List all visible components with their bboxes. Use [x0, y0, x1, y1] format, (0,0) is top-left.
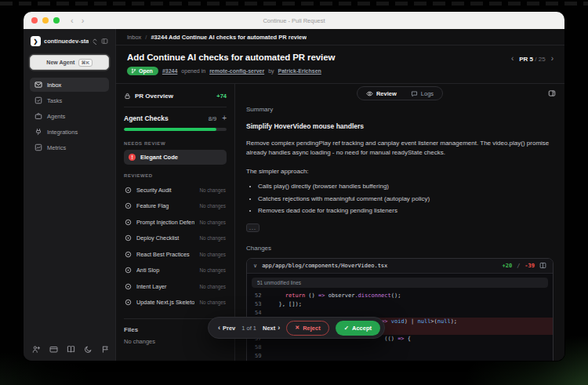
- pr-number-link[interactable]: #3244: [162, 68, 177, 74]
- chevron-down-icon: ∨: [253, 263, 257, 268]
- desktop-background: ‹ › Continue - Pull Request ❯ continuede…: [0, 0, 588, 385]
- summary-body: Remove complex pendingPlay ref tracking …: [246, 139, 554, 158]
- line-number: 60: [249, 361, 267, 361]
- pr-header: Add Continue AI checks for automated PR …: [116, 45, 564, 83]
- next-pr-button[interactable]: ›: [551, 55, 554, 63]
- summary-title: Simplify HoverVideo mouse handlers: [246, 122, 554, 130]
- chevron-updown-icon[interactable]: [92, 38, 98, 45]
- code-line: 59: [247, 352, 553, 361]
- breadcrumb-inbox-link[interactable]: Inbox: [127, 34, 141, 41]
- reject-button[interactable]: ✕ Reject: [286, 321, 328, 336]
- tab-review-label: Review: [376, 90, 397, 97]
- minimize-window-button[interactable]: [42, 17, 49, 24]
- breadcrumb: Inbox / #3244 Add Continue AI checks for…: [116, 29, 564, 45]
- check-item-react-best-practices[interactable]: React Best Practices No changes: [124, 246, 227, 263]
- check-item-status: No changes: [199, 220, 226, 225]
- zoom-window-button[interactable]: [53, 17, 60, 24]
- workspace-switcher[interactable]: ❯ continuedev-stagin: [30, 35, 109, 48]
- changes-heading: Changes: [246, 245, 554, 252]
- sidebar-item-tasks[interactable]: Tasks: [30, 93, 109, 107]
- dark-mode-moon-icon[interactable]: [84, 345, 93, 354]
- pr-pager-total: / 25: [535, 56, 545, 63]
- check-item-feature-flag[interactable]: Feature Flag No changes: [124, 198, 227, 215]
- sidebar-item-label: Inbox: [47, 82, 61, 89]
- check-item-status: No changes: [199, 235, 226, 241]
- new-agent-button[interactable]: New Agent ⌘K: [30, 55, 109, 70]
- add-check-button[interactable]: +: [222, 114, 227, 122]
- expand-summary-button[interactable]: ...: [246, 223, 260, 232]
- pr-overview-delta: +74: [216, 93, 227, 100]
- feedback-flag-icon[interactable]: [101, 345, 110, 354]
- sidebar-item-integrations[interactable]: Integrations: [30, 125, 109, 139]
- check-item-prompt-injection-defender[interactable]: Prompt Injection Defender No changes: [124, 214, 227, 231]
- approach-bullet: Calls play() directly (browser handles b…: [258, 182, 554, 191]
- branch-icon: [131, 68, 136, 74]
- check-item-label: Intent Layer: [136, 283, 194, 290]
- sidebar-item-metrics[interactable]: Metrics: [30, 140, 109, 154]
- sidebar-nav: Inbox Tasks Agents Integrations: [30, 78, 109, 154]
- check-item-status: No changes: [199, 187, 226, 193]
- pr-overview-label: PR Overview: [135, 93, 212, 100]
- diff-file-header[interactable]: ∨ app/app/blog/components/HoverVideo.tsx…: [247, 259, 553, 274]
- agent-checks-count: 8/9: [209, 115, 216, 122]
- next-change-button[interactable]: Next ›: [263, 325, 280, 332]
- opened-in-text: opened in: [181, 68, 205, 74]
- check-item-anti-slop[interactable]: Anti Slop No changes: [124, 263, 227, 279]
- files-status: No changes: [124, 338, 227, 345]
- checks-progress-fill: [124, 128, 216, 131]
- diff-card: ∨ app/app/blog/components/HoverVideo.tsx…: [246, 258, 554, 361]
- unmodified-lines-notice[interactable]: 51 unmodified lines: [252, 278, 548, 288]
- pr-pager-current: PR 5: [519, 56, 533, 63]
- tab-logs[interactable]: Logs: [405, 89, 440, 98]
- check-item-elegant-code[interactable]: ! Elegant Code: [124, 150, 227, 165]
- workspace-logo: ❯: [31, 36, 41, 46]
- billing-card-icon[interactable]: [49, 345, 58, 354]
- prev-pr-button[interactable]: ‹: [511, 55, 514, 63]
- pr-overview-item[interactable]: PR Overview +74: [124, 90, 227, 107]
- diff-additions: +20: [502, 263, 512, 269]
- panel-right-toggle-icon[interactable]: [548, 89, 556, 97]
- prev-change-button[interactable]: ‹ Prev: [218, 325, 235, 332]
- check-item-label: Security Audit: [136, 187, 194, 194]
- tab-review[interactable]: Review: [360, 89, 403, 98]
- sidebar-toggle-icon[interactable]: [101, 38, 108, 45]
- pr-pager: ‹ PR 5 / 25 ›: [511, 55, 554, 63]
- split-view-icon[interactable]: [539, 262, 546, 269]
- check-item-security-audit[interactable]: Security Audit No changes: [124, 182, 227, 198]
- check-item-deploy-checklist[interactable]: Deploy Checklist No changes: [124, 231, 227, 247]
- reviewed-label: REVIEWED: [124, 173, 227, 178]
- eye-icon: [366, 90, 373, 97]
- check-item-label: Update Next.js Skeleton: [136, 299, 194, 306]
- window-titlebar: ‹ › Continue - Pull Request: [24, 12, 564, 29]
- check-item-label: Prompt Injection Defender: [136, 219, 194, 226]
- close-window-button[interactable]: [31, 17, 38, 24]
- code-line: 52 return () => observer.disconnect();: [247, 292, 553, 300]
- new-agent-shortcut: ⌘K: [78, 59, 92, 67]
- check-item-status: No changes: [199, 284, 226, 289]
- sidebar-item-inbox[interactable]: Inbox: [30, 78, 109, 92]
- summary-heading: Summary: [246, 106, 554, 113]
- plug-icon: [34, 128, 42, 136]
- check-item-update-nextjs-skeleton[interactable]: Update Next.js Skeleton No changes: [124, 295, 227, 311]
- check-item-status: No changes: [199, 300, 226, 305]
- approach-intro: The simpler approach:: [246, 168, 554, 175]
- breadcrumb-separator: /: [145, 34, 147, 41]
- sidebar-footer: [30, 342, 109, 354]
- repo-link[interactable]: remote-config-server: [209, 68, 264, 74]
- invite-user-icon[interactable]: [32, 345, 41, 354]
- check-item-label: React Best Practices: [136, 251, 194, 258]
- accept-button[interactable]: ✓ Accept: [336, 321, 380, 336]
- forward-button[interactable]: ›: [82, 16, 85, 25]
- author-link[interactable]: Patrick-Erichsen: [278, 68, 321, 74]
- line-number: 58: [249, 343, 267, 352]
- check-item-intent-layer[interactable]: Intent Layer No changes: [124, 278, 227, 295]
- sidebar-item-agents[interactable]: Agents: [30, 109, 109, 123]
- docs-book-icon[interactable]: [67, 345, 75, 354]
- pr-status-badge: Open: [127, 67, 158, 75]
- code-line: 60 // Ensure loading has started: [247, 361, 553, 361]
- back-button[interactable]: ‹: [71, 16, 74, 25]
- line-number: 59: [249, 352, 267, 361]
- prev-label: Prev: [223, 325, 235, 332]
- tab-logs-label: Logs: [421, 90, 434, 97]
- checks-progress-bar: [124, 128, 227, 131]
